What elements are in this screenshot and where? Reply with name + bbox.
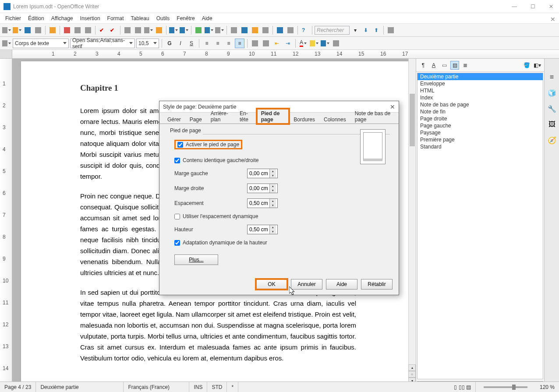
quick-search-input[interactable]: Rechercher (315, 26, 350, 35)
numbered-list-button[interactable] (250, 39, 260, 48)
increase-indent-button[interactable]: ⇥ (283, 39, 293, 48)
navigator-button[interactable] (240, 25, 249, 35)
dynamic-spacing-checkbox[interactable] (174, 214, 180, 219)
copy-button[interactable] (133, 25, 143, 35)
new-doc-button[interactable] (2, 25, 11, 35)
bold-button[interactable]: G (165, 39, 174, 48)
paste-button[interactable] (144, 25, 153, 35)
dynamic-height-checkbox[interactable] (174, 240, 180, 246)
redo-button[interactable] (179, 25, 189, 35)
show-draw-button[interactable] (215, 25, 224, 35)
print-preview-button[interactable] (83, 25, 93, 35)
datasources-button[interactable] (261, 25, 270, 35)
enable-footer-checkbox[interactable] (177, 142, 183, 148)
list-styles-icon[interactable]: ≣ (461, 61, 470, 70)
margin-left-spinner[interactable]: ▴▾ (247, 169, 278, 178)
frame-styles-icon[interactable]: ▭ (440, 61, 449, 70)
gallery-button[interactable] (250, 25, 260, 35)
font-name-combo[interactable]: Open Sans;Arial;sans-serif (70, 39, 135, 48)
menu-format[interactable]: Format (104, 14, 127, 22)
font-size-combo[interactable]: 10,5 (136, 39, 159, 48)
menu-file[interactable]: Fichier (2, 14, 25, 22)
nav-prev-page[interactable]: ▴ (408, 364, 416, 371)
more-button[interactable]: Plus... (174, 254, 218, 265)
search-dropdown[interactable]: ▾ (350, 25, 360, 35)
style-item[interactable]: Note de fin (417, 108, 543, 115)
style-item[interactable]: Note de bas de page (417, 101, 543, 108)
character-styles-icon[interactable]: A (429, 61, 438, 70)
decrease-indent-button[interactable]: ⇤ (272, 39, 282, 48)
align-center-button[interactable]: ≡ (213, 39, 223, 48)
export-pdf-button[interactable] (62, 25, 72, 35)
insert-table-button[interactable] (204, 25, 214, 35)
open-button[interactable] (12, 25, 22, 35)
styles-list[interactable]: Deuxième partie Enveloppe HTML Index Not… (417, 73, 543, 379)
styles-button[interactable] (2, 39, 11, 48)
vertical-ruler[interactable]: 12 34 56 78 910 1112 1314 (0, 59, 12, 392)
help-button[interactable]: Aide (326, 279, 357, 290)
properties-panel-icon[interactable]: 🧊 (547, 88, 557, 98)
undo-button[interactable] (169, 25, 178, 35)
navigator-panel-icon[interactable]: 🧭 (547, 135, 557, 145)
find-button[interactable] (229, 25, 239, 35)
gallery-panel-icon[interactable]: 🖼 (547, 119, 557, 130)
menu-table[interactable]: Tableau (127, 14, 153, 22)
help-button[interactable]: ? (300, 25, 310, 35)
hyperlink-button[interactable] (194, 25, 203, 35)
status-language[interactable]: Français (France) (124, 382, 189, 392)
menu-edit[interactable]: Édition (25, 14, 48, 22)
menu-window[interactable]: Fenêtre (173, 14, 198, 22)
menu-view[interactable]: Affichage (48, 14, 77, 22)
bg-color-button[interactable] (320, 39, 330, 48)
status-insert-mode[interactable]: INS (189, 382, 207, 392)
style-item[interactable]: Page droite (417, 115, 543, 122)
search-next-button[interactable]: ⬆ (371, 25, 381, 35)
horizontal-ruler[interactable]: 12 34 56 78 910 1112 1314 1516 17 (12, 50, 559, 58)
bullet-list-button[interactable] (261, 39, 271, 48)
style-item[interactable]: Enveloppe (417, 80, 543, 87)
same-content-checkbox[interactable] (174, 158, 180, 163)
menu-tools[interactable]: Outils (153, 14, 173, 22)
align-right-button[interactable]: ≡ (224, 39, 234, 48)
minimize-button[interactable]: — (510, 4, 519, 10)
style-item[interactable]: Deuxième partie (417, 73, 543, 80)
style-item[interactable]: Première page (417, 136, 543, 143)
tab-columns[interactable]: Colonnes (319, 115, 350, 124)
tab-footer[interactable]: Pied de page (257, 109, 290, 124)
print-button[interactable] (73, 25, 82, 35)
italic-button[interactable]: I (176, 39, 185, 48)
view-layout-icons[interactable]: ▯ ▯▯ ▤ (449, 382, 476, 392)
style-item[interactable]: Standard (417, 143, 543, 150)
search-prev-button[interactable]: ⬇ (361, 25, 371, 35)
reset-button[interactable]: Rétablir (361, 279, 393, 290)
page-styles-icon[interactable]: ▤ (450, 61, 459, 70)
underline-button[interactable]: S (187, 39, 196, 48)
zoom-value[interactable]: 120 % (535, 382, 559, 392)
menu-help[interactable]: Aide (198, 14, 216, 22)
tab-manage[interactable]: Gérer (163, 115, 185, 124)
tab-footnote[interactable]: Note de bas de page (350, 109, 395, 124)
align-left-button[interactable]: ≡ (202, 39, 212, 48)
spellcheck-button[interactable]: ✔ (98, 25, 107, 35)
tab-borders[interactable]: Bordures (289, 115, 319, 124)
autospell-button[interactable]: ✔ (108, 25, 118, 35)
more-options-button[interactable] (331, 39, 341, 48)
close-document-button[interactable]: ✕ (550, 16, 555, 23)
tab-page[interactable]: Page (185, 115, 206, 124)
style-item[interactable]: Index (417, 94, 543, 101)
style-item[interactable]: Page gauche (417, 122, 543, 129)
find-replace-button[interactable] (386, 25, 396, 35)
ok-button[interactable]: OK (256, 279, 287, 290)
format-paintbrush-button[interactable] (154, 25, 164, 35)
zoom-button[interactable] (286, 25, 295, 35)
style-item[interactable]: Paysage (417, 129, 543, 136)
nav-browse[interactable]: ○ (408, 371, 416, 378)
menu-insert[interactable]: Insertion (77, 14, 104, 22)
styles-panel-icon[interactable]: 🔧 (547, 103, 557, 114)
save-button[interactable] (23, 25, 32, 35)
paragraph-styles-icon[interactable]: ¶ (419, 61, 428, 70)
maximize-button[interactable]: ☐ (528, 4, 537, 10)
style-item[interactable]: HTML (417, 87, 543, 94)
new-style-icon[interactable]: ◧▾ (533, 61, 541, 70)
margin-right-spinner[interactable]: ▴▾ (247, 184, 278, 193)
